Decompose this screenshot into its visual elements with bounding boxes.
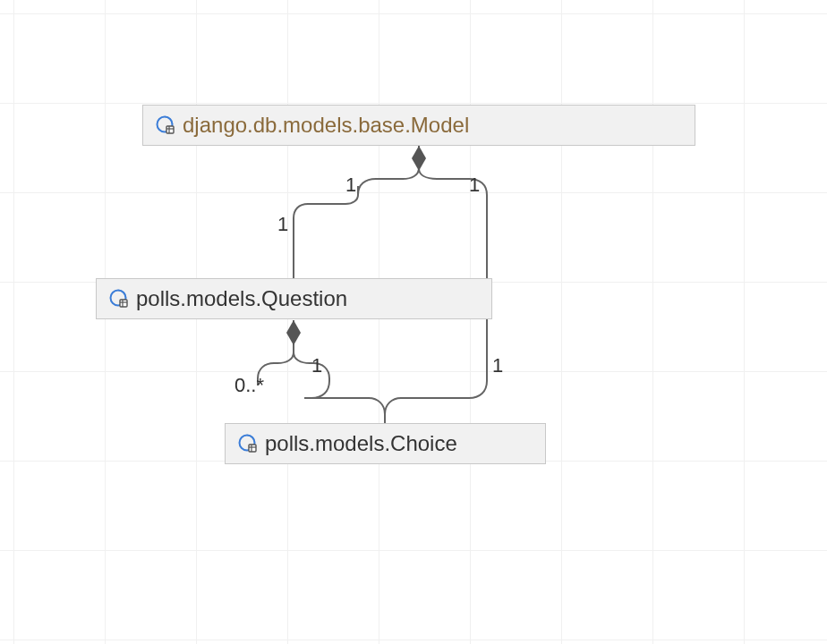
class-label: django.db.models.base.Model <box>183 113 469 138</box>
class-icon <box>109 289 129 309</box>
class-icon <box>238 434 258 453</box>
svg-rect-11 <box>249 445 256 452</box>
class-icon <box>156 115 175 135</box>
svg-rect-7 <box>120 300 127 307</box>
class-label: polls.models.Question <box>136 286 347 311</box>
svg-marker-0 <box>412 146 426 171</box>
svg-marker-1 <box>286 320 301 345</box>
class-node-model[interactable]: django.db.models.base.Model <box>142 105 695 146</box>
diamond-markers <box>0 0 827 644</box>
class-node-choice[interactable]: polls.models.Choice <box>225 423 546 464</box>
class-node-question[interactable]: polls.models.Question <box>96 278 492 319</box>
svg-rect-3 <box>166 126 174 133</box>
class-label: polls.models.Choice <box>265 431 457 456</box>
